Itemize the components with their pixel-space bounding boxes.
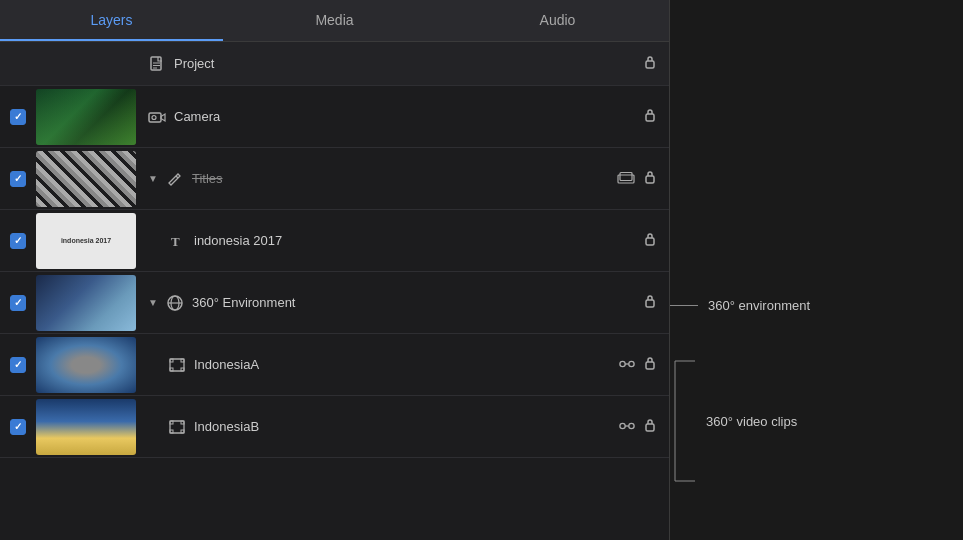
svg-rect-29 [181, 421, 184, 424]
annotation-area: 360° environment 360° video clips [670, 0, 963, 540]
svg-rect-20 [181, 359, 184, 362]
svg-rect-30 [170, 430, 173, 433]
svg-rect-18 [170, 359, 184, 371]
right-icons-titles [617, 169, 657, 188]
svg-point-6 [152, 115, 156, 119]
svg-rect-22 [181, 368, 184, 371]
svg-line-8 [176, 176, 178, 178]
bracket-svg [670, 356, 700, 486]
layer-name-360env: 360° Environment [192, 295, 643, 310]
tab-media[interactable]: Media [223, 0, 446, 41]
checkbox-area-indonesiaa[interactable] [0, 357, 36, 373]
svg-rect-26 [646, 362, 654, 369]
annotation-line-env [670, 305, 698, 306]
checkbox-camera[interactable] [10, 109, 26, 125]
layer-name-titles: Titles [192, 171, 617, 186]
360-icon [164, 292, 186, 314]
checkbox-titles[interactable] [10, 171, 26, 187]
chain-icon-indonesiab[interactable] [619, 418, 635, 436]
svg-text:T: T [171, 234, 180, 249]
annotation-text-clips: 360° video clips [706, 414, 797, 429]
thumbnail-indonesiab [36, 399, 136, 455]
layer-row-360env[interactable]: ▼ 360° Environment [0, 272, 669, 334]
thumbnail-360env [36, 275, 136, 331]
film-icon-b [166, 416, 188, 438]
svg-rect-33 [629, 423, 634, 428]
layer-name-indonesiaa: IndonesiaA [194, 357, 619, 372]
checkbox-area-titles[interactable] [0, 171, 36, 187]
layer-row-titles[interactable]: ▼ Titles [0, 148, 669, 210]
svg-rect-10 [620, 172, 632, 180]
layers-panel: Layers Media Audio Project [0, 0, 670, 540]
document-icon [146, 53, 168, 75]
layer-name-project: Project [174, 56, 643, 71]
camera-icon [146, 106, 168, 128]
svg-rect-27 [170, 421, 184, 433]
lock-icon-camera[interactable] [643, 107, 657, 126]
layer-name-camera: Camera [174, 109, 643, 124]
checkbox-360env[interactable] [10, 295, 26, 311]
svg-rect-23 [620, 361, 625, 366]
right-icons-indonesiab [619, 417, 657, 436]
annotation-text-env: 360° environment [708, 298, 810, 313]
layer-row-indonesia2017[interactable]: indonesia 2017 T indonesia 2017 [0, 210, 669, 272]
tab-audio[interactable]: Audio [446, 0, 669, 41]
checkbox-area-360env[interactable] [0, 295, 36, 311]
layer-row-project[interactable]: Project [0, 42, 669, 86]
layer-row-camera[interactable]: Camera [0, 86, 669, 148]
checkbox-area-camera[interactable] [0, 109, 36, 125]
expand-arrow-titles[interactable]: ▼ [146, 172, 160, 186]
checkbox-area-indonesia2017[interactable] [0, 233, 36, 249]
right-icons-indonesiaa [619, 355, 657, 374]
lock-icon-indonesiab[interactable] [643, 417, 657, 436]
thumbnail-titles [36, 151, 136, 207]
right-icons-360env [643, 293, 657, 312]
annotation-bracket-clips: 360° video clips [670, 356, 797, 486]
svg-rect-11 [646, 176, 654, 183]
svg-rect-28 [170, 421, 173, 424]
layer-row-indonesiaa[interactable]: IndonesiaA [0, 334, 669, 396]
lock-icon-titles[interactable] [643, 169, 657, 188]
svg-rect-24 [629, 361, 634, 366]
right-icons-camera [643, 107, 657, 126]
layer-name-indonesia2017: indonesia 2017 [194, 233, 643, 248]
chain-icon-indonesiaa[interactable] [619, 356, 635, 374]
tab-bar: Layers Media Audio [0, 0, 669, 42]
film-icon-a [166, 354, 188, 376]
svg-rect-5 [149, 113, 161, 122]
svg-rect-19 [170, 359, 173, 362]
expand-arrow-360env[interactable]: ▼ [146, 296, 160, 310]
pencil-icon [164, 168, 186, 190]
layer-name-indonesiab: IndonesiaB [194, 419, 619, 434]
layers-list: Project [0, 42, 669, 540]
right-icons-project [643, 54, 657, 73]
lock-icon-360env[interactable] [643, 293, 657, 312]
svg-rect-21 [170, 368, 173, 371]
svg-rect-35 [646, 424, 654, 431]
checkbox-indonesia2017[interactable] [10, 233, 26, 249]
annotation-360env: 360° environment [670, 298, 810, 313]
text-icon: T [166, 230, 188, 252]
svg-rect-17 [646, 300, 654, 307]
checkbox-indonesiaa[interactable] [10, 357, 26, 373]
thumbnail-indonesiaa [36, 337, 136, 393]
svg-rect-32 [620, 423, 625, 428]
lock-icon-indonesiaa[interactable] [643, 355, 657, 374]
layer-row-indonesiab[interactable]: IndonesiaB [0, 396, 669, 458]
checkbox-indonesiab[interactable] [10, 419, 26, 435]
thumbnail-indonesia2017: indonesia 2017 [36, 213, 136, 269]
lock-icon-project[interactable] [643, 54, 657, 73]
checkbox-area-indonesiab[interactable] [0, 419, 36, 435]
svg-rect-13 [646, 238, 654, 245]
tab-layers[interactable]: Layers [0, 0, 223, 41]
svg-rect-4 [646, 61, 654, 68]
svg-rect-31 [181, 430, 184, 433]
svg-rect-7 [646, 114, 654, 121]
lock-icon-indonesia2017[interactable] [643, 231, 657, 250]
stack-icon-titles [617, 170, 635, 188]
right-icons-indonesia2017 [643, 231, 657, 250]
thumbnail-camera [36, 89, 136, 145]
